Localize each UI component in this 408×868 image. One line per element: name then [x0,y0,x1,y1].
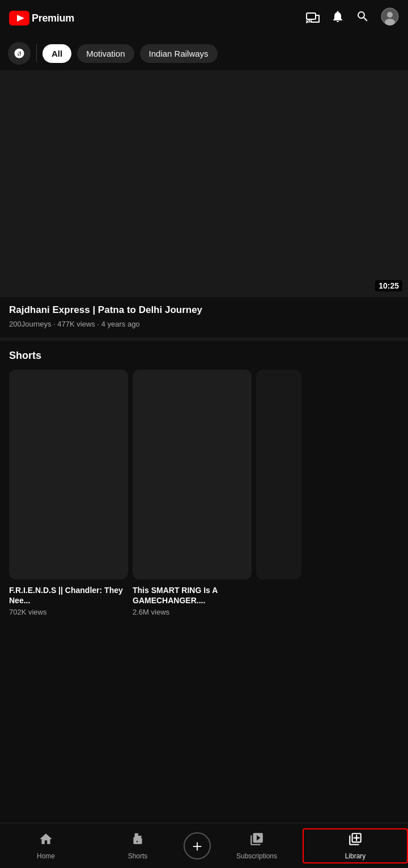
view-count: 477K views [57,320,95,328]
main-video-title: Rajdhani Express | Patna to Delhi Journe… [9,304,399,316]
subscriptions-icon [249,832,264,850]
shorts-icon [130,832,145,850]
nav-home[interactable]: Home [0,827,92,865]
bottom-spacer [0,621,408,666]
explore-chip[interactable] [8,42,31,65]
chips-divider [36,44,37,62]
short-thumbnail-3 [256,370,301,579]
main-video-info: Rajdhani Express | Patna to Delhi Journe… [0,297,408,337]
svg-rect-2 [307,13,316,19]
shorts-section-title: Shorts [0,350,408,362]
bottom-nav: Home Shorts ＋ Subscriptions Libra [0,823,408,868]
chips-bar: All Motivation Indian Railways [0,36,408,70]
short-card-3[interactable] [256,370,301,616]
nav-library[interactable]: Library [303,828,408,863]
home-label: Home [37,852,55,860]
short-thumbnail-1 [9,370,128,579]
main-video-meta: 200Journeys · 477K views · 4 years ago [9,320,399,328]
youtube-logo[interactable]: Premium [9,11,74,26]
header-right [306,7,399,29]
search-icon[interactable] [356,10,369,27]
youtube-logo-icon [9,11,29,26]
shorts-section: Shorts F.R.I.E.N.D.S || Chandler: They N… [0,341,408,621]
shorts-label: Shorts [128,852,148,860]
short-views-2: 2.6M views [133,608,252,616]
short-card-1[interactable]: F.R.I.E.N.D.S || Chandler: They Nee... 7… [9,370,128,616]
chip-motivation[interactable]: Motivation [77,44,134,63]
short-title-1: F.R.I.E.N.D.S || Chandler: They Nee... [9,585,128,606]
svg-point-6 [385,19,395,26]
account-icon[interactable] [381,7,399,29]
add-icon: ＋ [189,838,205,854]
header: Premium [0,0,408,36]
short-thumbnail-2 [133,370,252,579]
create-button[interactable]: ＋ [184,832,211,859]
nav-shorts[interactable]: Shorts [92,827,184,865]
chip-indian-railways[interactable]: Indian Railways [140,44,218,63]
video-age: 4 years ago [101,320,140,328]
video-duration: 10:25 [375,280,402,291]
short-views-1: 702K views [9,608,128,616]
meta-separator2: · [97,320,101,328]
svg-point-5 [387,12,393,18]
home-icon [39,832,53,850]
chip-all[interactable]: All [42,44,71,63]
library-icon [348,832,363,850]
premium-label: Premium [32,12,74,24]
shorts-row: F.R.I.E.N.D.S || Chandler: They Nee... 7… [0,370,408,616]
nav-create[interactable]: ＋ [184,828,211,864]
library-label: Library [345,852,366,860]
channel-name: 200Journeys [9,320,51,328]
bell-icon[interactable] [331,10,345,27]
short-card-2[interactable]: This SMART RING Is A GAMECHANGER.... 2.6… [133,370,252,616]
header-left: Premium [9,11,74,26]
subscriptions-label: Subscriptions [236,852,277,860]
nav-subscriptions[interactable]: Subscriptions [211,827,303,865]
main-video[interactable]: 10:25 [0,70,408,297]
cast-icon[interactable] [306,10,320,27]
svg-point-3 [306,22,307,23]
short-title-2: This SMART RING Is A GAMECHANGER.... [133,585,252,606]
main-video-thumbnail [0,70,408,297]
